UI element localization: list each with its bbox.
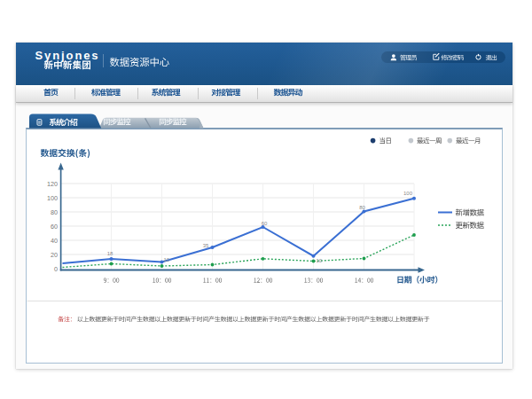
svg-text:100: 100 xyxy=(47,194,58,202)
svg-text:35: 35 xyxy=(203,243,209,248)
svg-text:60: 60 xyxy=(262,221,268,226)
svg-text:100: 100 xyxy=(403,191,413,196)
svg-text:120: 120 xyxy=(47,180,58,188)
svg-text:60: 60 xyxy=(51,223,58,231)
svg-text:80: 80 xyxy=(359,205,365,210)
svg-text:0: 0 xyxy=(54,265,58,273)
svg-text:40: 40 xyxy=(51,237,58,245)
svg-text:80: 80 xyxy=(51,208,58,216)
svg-text:10: 10 xyxy=(164,257,170,262)
svg-text:20: 20 xyxy=(51,251,58,259)
svg-text:10: 10 xyxy=(317,258,323,263)
svg-text:18: 18 xyxy=(107,251,113,256)
